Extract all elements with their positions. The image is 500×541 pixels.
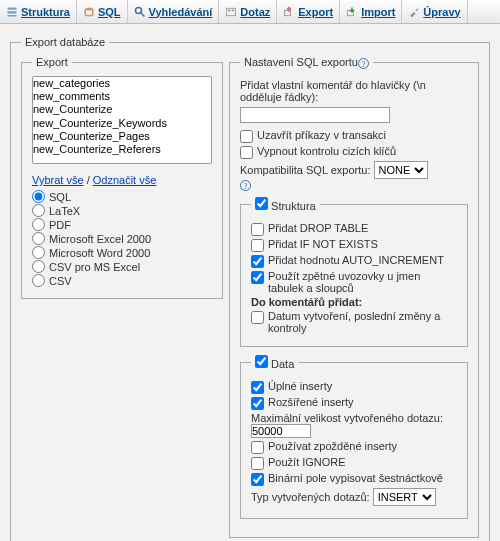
max-query-label: Maximální velikost vytvořeného dotazu: [251, 412, 457, 438]
structure-icon [6, 6, 18, 18]
format-radios: SQL LaTeX PDF Microsoft Excel 2000 Micro… [32, 190, 212, 287]
options-legend: Nastavení SQL exportu? [240, 56, 373, 69]
tab-upravy[interactable]: Úpravy [402, 0, 467, 23]
tab-vyhledavani[interactable]: Vyhledávání [128, 0, 220, 23]
export-legend: Export [32, 56, 72, 68]
sql-icon [83, 6, 95, 18]
ignore-checkbox[interactable] [251, 457, 264, 470]
format-radio-csv[interactable] [32, 274, 45, 287]
query-icon [225, 6, 237, 18]
format-radio-sql[interactable] [32, 190, 45, 203]
compat-select[interactable]: NONE [374, 161, 428, 179]
page-title: Export databáze [21, 36, 109, 48]
data-fieldset: Data Úplné inserty Rozšířené inserty Max… [240, 355, 468, 519]
format-radio-csvexcel[interactable] [32, 260, 45, 273]
search-icon [134, 6, 146, 18]
dates-checkbox[interactable] [251, 311, 264, 324]
svg-rect-6 [227, 8, 236, 16]
format-radio-excel[interactable] [32, 232, 45, 245]
svg-rect-2 [8, 15, 17, 17]
tables-select[interactable]: new_categories new_comments new_Counteri… [32, 76, 212, 164]
options-fieldset: Nastavení SQL exportu? Přidat vlastní ko… [229, 56, 479, 538]
svg-rect-7 [228, 9, 230, 11]
delayed-inserts-checkbox[interactable] [251, 441, 264, 454]
extended-inserts-checkbox[interactable] [251, 397, 264, 410]
svg-rect-0 [8, 7, 17, 9]
tab-import[interactable]: Import [340, 0, 402, 23]
tab-export[interactable]: Export [277, 0, 340, 23]
header-comment-label: Přidat vlastní komentář do hlavičky (\n … [240, 79, 468, 103]
format-radio-latex[interactable] [32, 204, 45, 217]
drop-table-checkbox[interactable] [251, 223, 264, 236]
max-query-input[interactable] [251, 424, 311, 438]
export-fieldset: Export new_categories new_comments new_C… [21, 56, 223, 299]
tab-struktura[interactable]: Struktura [0, 0, 77, 23]
disable-fk-checkbox[interactable] [240, 146, 253, 159]
svg-line-5 [140, 12, 144, 16]
format-radio-word[interactable] [32, 246, 45, 259]
comments-add-label: Do komentářů přidat: [251, 296, 457, 308]
structure-fieldset: Struktura Přidat DROP TABLE Přidat IF NO… [240, 197, 468, 347]
header-comment-input[interactable] [240, 107, 390, 123]
data-toggle[interactable] [255, 355, 268, 368]
unselect-all-link[interactable]: Odznačit vše [93, 174, 157, 186]
query-type-row: Typ vytvořených dotazů: INSERT [251, 488, 457, 506]
transaction-checkbox[interactable] [240, 130, 253, 143]
select-all-link[interactable]: Vybrat vše [32, 174, 84, 186]
complete-inserts-checkbox[interactable] [251, 381, 264, 394]
format-radio-pdf[interactable] [32, 218, 45, 231]
help-icon[interactable]: ? [240, 180, 251, 191]
svg-rect-1 [8, 11, 17, 13]
tab-dotaz[interactable]: Dotaz [219, 0, 277, 23]
svg-point-3 [85, 7, 93, 10]
tools-icon [408, 6, 420, 18]
structure-toggle[interactable] [255, 197, 268, 210]
svg-rect-8 [232, 9, 234, 11]
export-icon [283, 6, 295, 18]
auto-increment-checkbox[interactable] [251, 255, 264, 268]
compat-row: Kompatibilita SQL exportu: NONE ? [240, 161, 468, 192]
svg-point-4 [135, 7, 141, 13]
export-database-fieldset: Export databáze Export new_categories ne… [10, 36, 490, 541]
query-type-select[interactable]: INSERT [373, 488, 436, 506]
hex-blob-checkbox[interactable] [251, 473, 264, 486]
help-icon[interactable]: ? [358, 58, 369, 69]
tab-sql[interactable]: SQL [77, 0, 128, 23]
backquotes-checkbox[interactable] [251, 271, 264, 284]
import-icon [346, 6, 358, 18]
tabbar: Struktura SQL Vyhledávání Dotaz Export I… [0, 0, 500, 24]
if-not-exists-checkbox[interactable] [251, 239, 264, 252]
